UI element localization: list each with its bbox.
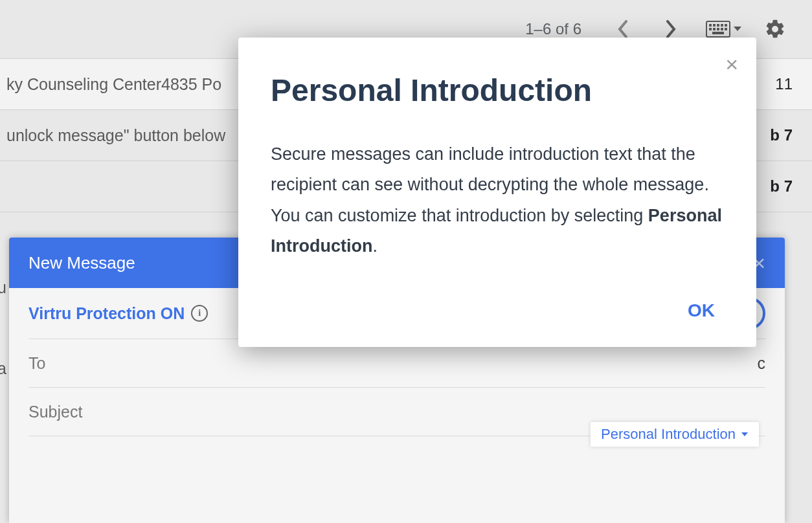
svg-rect-11 <box>712 32 724 34</box>
modal-close-button[interactable]: × <box>725 53 738 75</box>
modal-body-suffix: . <box>372 236 378 256</box>
modal-body-prefix: Secure messages can include introduction… <box>271 144 709 225</box>
svg-rect-4 <box>721 24 723 27</box>
keyboard-icon <box>706 21 730 38</box>
modal-heading: Personal Introduction <box>271 72 724 108</box>
subject-label: Subject <box>28 403 82 421</box>
personal-introduction-modal: × Personal Introduction Secure messages … <box>238 38 756 347</box>
virtru-label: Virtru Protection ON <box>28 304 185 323</box>
svg-rect-6 <box>709 28 712 30</box>
page-count: 1–6 of 6 <box>525 20 581 38</box>
svg-rect-1 <box>709 24 712 27</box>
ok-button[interactable]: OK <box>679 296 724 325</box>
mail-date: b 7 <box>770 177 793 195</box>
mail-date: 11 <box>775 75 793 93</box>
modal-body: Secure messages can include introduction… <box>271 139 724 262</box>
personal-introduction-label: Personal Introduction <box>601 426 736 443</box>
svg-rect-8 <box>717 28 719 30</box>
input-tools-button[interactable] <box>706 21 742 38</box>
svg-rect-10 <box>725 28 727 30</box>
svg-rect-2 <box>713 24 716 27</box>
svg-rect-5 <box>725 24 727 27</box>
gear-icon <box>764 18 786 40</box>
info-icon[interactable]: i <box>191 305 208 322</box>
caret-down-icon <box>733 26 742 32</box>
svg-rect-7 <box>713 28 716 30</box>
personal-introduction-dropdown[interactable]: Personal Introduction <box>591 422 759 447</box>
compose-title: New Message <box>28 253 135 273</box>
mail-date: b 7 <box>770 126 793 144</box>
background-text: u <box>0 278 6 297</box>
svg-rect-9 <box>721 28 723 30</box>
virtru-protection-toggle[interactable]: Virtru Protection ON i <box>28 304 208 323</box>
svg-rect-3 <box>717 24 719 27</box>
background-text: a <box>0 359 6 378</box>
caret-down-icon <box>741 432 749 437</box>
to-label: To <box>28 354 45 373</box>
settings-button[interactable] <box>764 18 786 40</box>
cc-bcc-hint[interactable]: c <box>758 354 766 373</box>
chevron-left-icon <box>617 20 629 38</box>
chevron-right-icon <box>665 20 677 38</box>
